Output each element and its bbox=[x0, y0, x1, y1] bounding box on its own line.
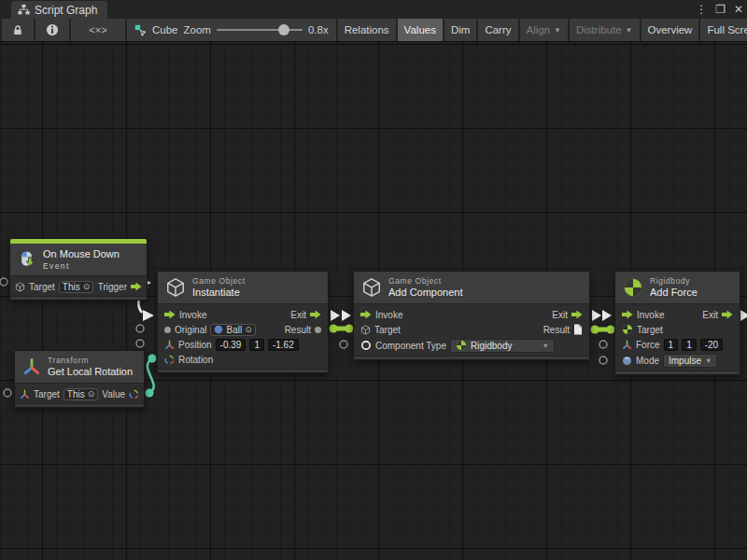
value-output-port[interactable] bbox=[146, 389, 154, 398]
exit-port-arrow-icon[interactable] bbox=[722, 310, 733, 319]
force-mode-icon bbox=[622, 356, 632, 366]
position-z-field[interactable]: -1.62 bbox=[268, 339, 299, 351]
lock-button[interactable] bbox=[2, 19, 34, 41]
invoke-connector-arrow[interactable] bbox=[602, 310, 612, 321]
graph-name-label[interactable]: Cube bbox=[152, 24, 178, 35]
target-input-port[interactable] bbox=[0, 278, 7, 286]
result-output-port[interactable] bbox=[591, 326, 599, 334]
position-z-value: -1.62 bbox=[273, 340, 294, 350]
rotation-wire[interactable] bbox=[148, 359, 154, 393]
info-button[interactable] bbox=[35, 19, 69, 41]
node-add-component[interactable]: Game Object Add Component Invoke Exit bbox=[353, 271, 590, 360]
original-label: Original bbox=[175, 325, 206, 335]
invoke-port-arrow-icon[interactable] bbox=[622, 310, 633, 319]
chevron-down-icon: ▼ bbox=[554, 26, 561, 35]
chevron-down-icon: ▼ bbox=[705, 357, 712, 365]
result-label: Result bbox=[543, 325, 570, 335]
exit-port-arrow-icon[interactable] bbox=[310, 310, 321, 319]
mode-input-port[interactable] bbox=[599, 357, 607, 364]
node-title: Add Component bbox=[388, 287, 463, 300]
mode-dropdown[interactable]: Impulse ▼ bbox=[663, 354, 717, 368]
dim-button[interactable]: Dim bbox=[444, 19, 476, 41]
component-type-label: Component Type bbox=[375, 341, 446, 351]
values-label: Values bbox=[404, 24, 436, 35]
original-port-icon[interactable] bbox=[164, 327, 171, 333]
result-file-icon[interactable] bbox=[573, 324, 583, 335]
target-object-field[interactable]: This ⊙ bbox=[63, 388, 98, 400]
node-instantiate[interactable]: Game Object Instantiate Invoke Exit Orig… bbox=[157, 271, 329, 373]
force-input-port[interactable] bbox=[599, 341, 607, 348]
distribute-button[interactable]: Distribute▼ bbox=[570, 19, 640, 41]
rotation-input-port[interactable] bbox=[148, 355, 157, 363]
trigger-port-arrow-icon[interactable] bbox=[131, 282, 142, 291]
align-button[interactable]: Align▼ bbox=[520, 19, 569, 41]
carry-label: Carry bbox=[485, 24, 511, 35]
exit-port-arrow-icon[interactable] bbox=[571, 310, 583, 319]
tab-script-graph[interactable]: Script Graph bbox=[11, 1, 107, 19]
force-x-field[interactable]: 1 bbox=[664, 339, 679, 351]
node-category: Transform bbox=[48, 356, 133, 366]
result-output-port[interactable] bbox=[330, 325, 338, 333]
original-input-port[interactable] bbox=[136, 325, 144, 332]
zoom-slider[interactable] bbox=[217, 29, 303, 31]
values-button[interactable]: Values bbox=[398, 19, 443, 41]
position-y-value: 1 bbox=[254, 340, 260, 350]
tab-title: Script Graph bbox=[35, 4, 97, 17]
result-port-icon[interactable] bbox=[315, 327, 321, 333]
component-type-input-port[interactable] bbox=[340, 341, 347, 348]
graph-canvas[interactable]: On Mouse Down Event Target This ⊙ Trigge… bbox=[0, 42, 747, 560]
chevron-down-icon: ▼ bbox=[543, 342, 549, 350]
node-body: Target This ⊙ Trigger bbox=[10, 276, 147, 296]
mouse-down-icon bbox=[18, 250, 36, 269]
exit-connector-arrow[interactable] bbox=[331, 310, 340, 321]
force-y-field[interactable]: 1 bbox=[682, 339, 697, 351]
original-object-field[interactable]: Ball ⊙ bbox=[210, 324, 255, 336]
force-y-value: 1 bbox=[686, 340, 692, 350]
node-header: Game Object Instantiate bbox=[158, 272, 328, 304]
force-z-value: -20 bbox=[705, 340, 718, 350]
invoke-label: Invoke bbox=[179, 310, 206, 320]
object-picker-icon: ⊙ bbox=[83, 282, 91, 291]
node-body: Invoke Exit Target bbox=[615, 304, 740, 371]
target-input-port[interactable] bbox=[4, 389, 11, 397]
lock-icon bbox=[12, 24, 23, 36]
node-header: Game Object Add Component bbox=[354, 272, 589, 304]
relations-button[interactable]: Relations bbox=[338, 19, 396, 41]
zoom-to-fit-button[interactable]: <×> bbox=[71, 19, 125, 41]
node-get-local-rotation[interactable]: Transform Get Local Rotation Target This… bbox=[14, 350, 145, 408]
force-z-field[interactable]: -20 bbox=[700, 339, 723, 351]
invoke-port-arrow-icon[interactable] bbox=[360, 310, 372, 319]
script-graph-asset-icon[interactable] bbox=[134, 24, 147, 36]
position-input-port[interactable] bbox=[136, 340, 144, 347]
carry-button[interactable]: Carry bbox=[478, 19, 517, 41]
target-label: Target bbox=[637, 325, 663, 335]
maximize-icon[interactable]: ❐ bbox=[715, 4, 726, 15]
invoke-port-arrow-icon[interactable] bbox=[164, 310, 176, 319]
node-footer bbox=[15, 403, 144, 407]
node-header: On Mouse Down Event bbox=[10, 244, 147, 276]
exit-connector-arrow[interactable] bbox=[740, 310, 747, 321]
target-object-field[interactable]: This ⊙ bbox=[59, 281, 93, 293]
dim-label: Dim bbox=[451, 24, 470, 35]
node-title: Get Local Rotation bbox=[48, 366, 133, 379]
exit-label: Exit bbox=[552, 310, 568, 320]
component-type-dropdown[interactable]: Rigidbody ▼ bbox=[450, 339, 555, 353]
close-icon[interactable]: ✕ bbox=[734, 4, 743, 15]
invoke-wire-end-arrow[interactable] bbox=[143, 310, 154, 321]
invoke-connector-arrow[interactable] bbox=[342, 310, 351, 321]
menu-kebab-icon[interactable]: ⋮ bbox=[696, 4, 707, 15]
position-y-field[interactable]: 1 bbox=[249, 339, 264, 351]
full-screen-button[interactable]: Full Screen bbox=[700, 19, 747, 41]
node-on-mouse-down[interactable]: On Mouse Down Event Target This ⊙ Trigge… bbox=[9, 238, 148, 301]
zoom-label: Zoom bbox=[184, 24, 211, 35]
rotation-icon bbox=[129, 389, 139, 399]
zoom-slider-handle[interactable] bbox=[278, 24, 289, 35]
distribute-label: Distribute bbox=[576, 24, 622, 35]
relations-label: Relations bbox=[345, 24, 389, 35]
type-ring-icon bbox=[360, 340, 372, 351]
node-add-force[interactable]: Rigidbody Add Force Invoke Exit bbox=[614, 271, 740, 375]
position-x-field[interactable]: -0.39 bbox=[216, 339, 247, 351]
transform-icon bbox=[20, 389, 30, 399]
exit-connector-arrow[interactable] bbox=[592, 310, 601, 321]
overview-button[interactable]: Overview bbox=[641, 19, 699, 41]
